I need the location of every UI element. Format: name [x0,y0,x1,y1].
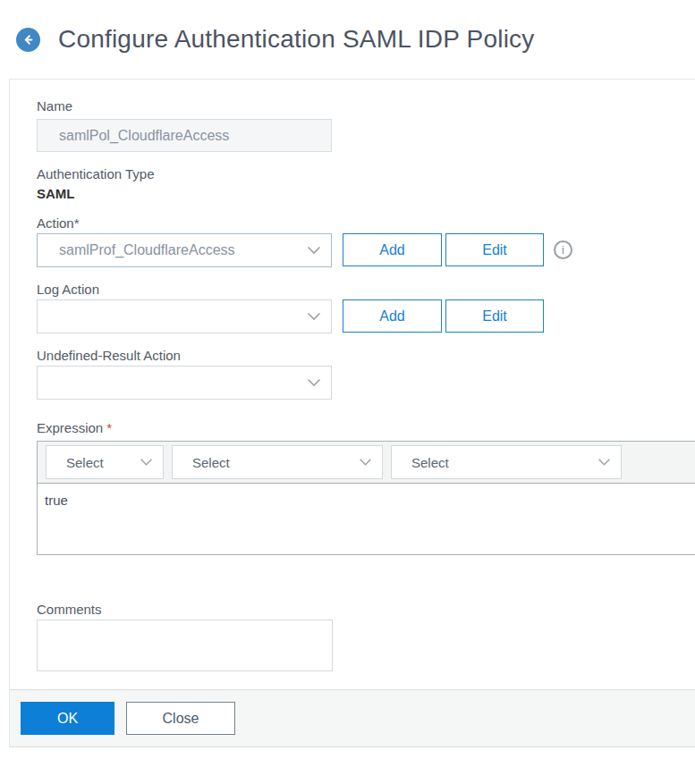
action-row: samlProf_CloudflareAccess Add Edit i [37,233,695,267]
log-action-add-button[interactable]: Add [343,299,442,333]
expression-operator-select-1-value: Select [66,455,104,470]
action-label: Action* [37,215,695,231]
authentication-type-label: Authentication Type [37,166,695,181]
expression-operator-select-3[interactable]: Select [391,445,622,479]
chevron-down-icon [598,459,611,467]
configure-saml-idp-policy-page: Configure Authentication SAML IDP Policy… [0,0,695,79]
undefined-result-action-select[interactable] [37,366,332,400]
page-title: Configure Authentication SAML IDP Policy [58,25,535,54]
comments-label: Comments [37,602,695,617]
action-edit-button[interactable]: Edit [445,233,544,266]
chevron-down-icon [140,459,153,467]
arrow-left-icon [21,33,35,46]
policy-form: Name Authentication Type SAML Action* sa… [10,80,695,671]
form-panel: Name Authentication Type SAML Action* sa… [9,79,695,747]
page-header: Configure Authentication SAML IDP Policy [0,0,695,79]
footer-bar: OK Close [10,689,695,747]
undefined-result-action-label: Undefined-Result Action [37,348,695,363]
chevron-down-icon [307,312,321,321]
expression-toolbar: Select Select [38,442,695,484]
chevron-down-icon [359,459,372,467]
expression-editor-body: true [38,484,695,554]
log-action-label: Log Action [37,282,695,297]
name-field [37,119,332,152]
log-action-edit-button[interactable]: Edit [445,299,544,333]
expression-operator-select-2[interactable]: Select [172,445,383,479]
expression-editor[interactable]: true [38,484,695,554]
info-icon[interactable]: i [554,240,572,259]
expression-builder: Select Select [37,441,695,555]
action-select[interactable]: samlProf_CloudflareAccess [37,233,332,267]
log-action-select[interactable] [37,299,332,333]
back-button[interactable] [16,28,40,52]
expression-operator-select-3-value: Select [411,455,449,470]
expression-label-text: Expression [37,420,103,435]
log-action-row: Add Edit [37,299,695,333]
expression-required-mark: * [106,420,112,435]
close-button[interactable]: Close [126,702,235,735]
authentication-type-value: SAML [37,186,695,201]
action-select-value: samlProf_CloudflareAccess [59,242,235,258]
expression-operator-select-1[interactable]: Select [46,445,164,479]
expression-operator-select-2-value: Select [192,455,230,470]
name-label: Name [37,98,695,114]
undefined-result-action-row [37,366,695,400]
chevron-down-icon [307,246,321,255]
comments-field[interactable] [37,620,333,671]
ok-button[interactable]: OK [21,702,114,735]
expression-label: Expression* [37,420,695,435]
chevron-down-icon [307,378,321,387]
action-add-button[interactable]: Add [343,233,442,266]
